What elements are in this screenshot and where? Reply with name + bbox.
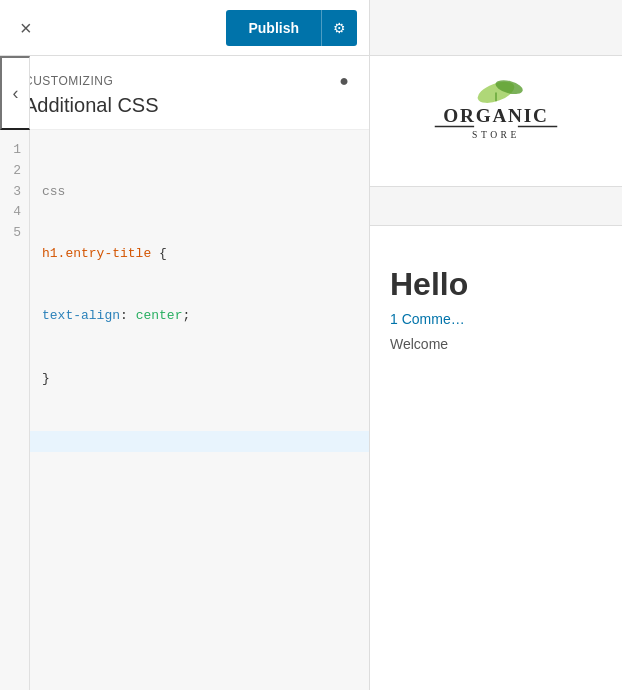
left-panel: × Publish ⚙ ‹ Customizing ● Additional C… — [0, 0, 370, 690]
code-editor[interactable]: 1 2 3 4 5 css h1.entry-title { text-alig… — [0, 130, 369, 690]
svg-text:STORE: STORE — [472, 129, 520, 140]
back-icon: ‹ — [13, 83, 19, 104]
line-number: 2 — [10, 161, 21, 182]
code-line-2: h1.entry-title { — [42, 244, 359, 265]
gear-button[interactable]: ⚙ — [321, 10, 357, 46]
back-button[interactable]: ‹ — [0, 56, 30, 130]
line-number: 4 — [10, 202, 21, 223]
preview-text-area: Hello 1 Comme… Welcome — [370, 266, 622, 353]
logo-area: ORGANIC STORE — [426, 76, 566, 156]
line-number: 1 — [10, 140, 21, 161]
code-line-5 — [30, 431, 369, 452]
customizing-row: Customizing ● — [24, 72, 349, 90]
preview-top-bar — [370, 0, 622, 56]
code-line-1: css — [42, 182, 359, 203]
help-icon: ● — [339, 72, 349, 89]
publish-area: Publish ⚙ — [226, 10, 357, 46]
panel-title: Additional CSS — [24, 94, 349, 117]
gear-icon: ⚙ — [333, 20, 346, 36]
line-number: 5 — [10, 223, 21, 244]
organic-store-logo: ORGANIC STORE — [426, 76, 566, 156]
preview-comment-link: 1 Comme… — [390, 311, 602, 327]
line-number: 3 — [10, 182, 21, 203]
preview-content: ORGANIC STORE Hello 1 Comme… Welcome — [370, 56, 622, 690]
line-numbers: 1 2 3 4 5 — [0, 130, 30, 690]
close-button[interactable]: × — [12, 14, 40, 42]
help-button[interactable]: ● — [339, 72, 349, 90]
code-line-4: } — [42, 369, 359, 390]
preview-welcome: Welcome — [390, 336, 448, 352]
customizing-label: Customizing — [24, 74, 113, 88]
nav-bar-preview — [370, 186, 622, 226]
code-area[interactable]: 1 2 3 4 5 css h1.entry-title { text-alig… — [0, 130, 369, 690]
right-panel: ORGANIC STORE Hello 1 Comme… Welcome — [370, 0, 622, 690]
preview-hello: Hello — [390, 266, 602, 303]
svg-text:ORGANIC: ORGANIC — [443, 105, 548, 126]
publish-button[interactable]: Publish — [226, 10, 321, 46]
code-content[interactable]: css h1.entry-title { text-align: center;… — [30, 130, 369, 690]
panel-header: Customizing ● Additional CSS — [0, 56, 369, 130]
code-line-3: text-align: center; — [42, 306, 359, 327]
top-bar: × Publish ⚙ — [0, 0, 369, 56]
